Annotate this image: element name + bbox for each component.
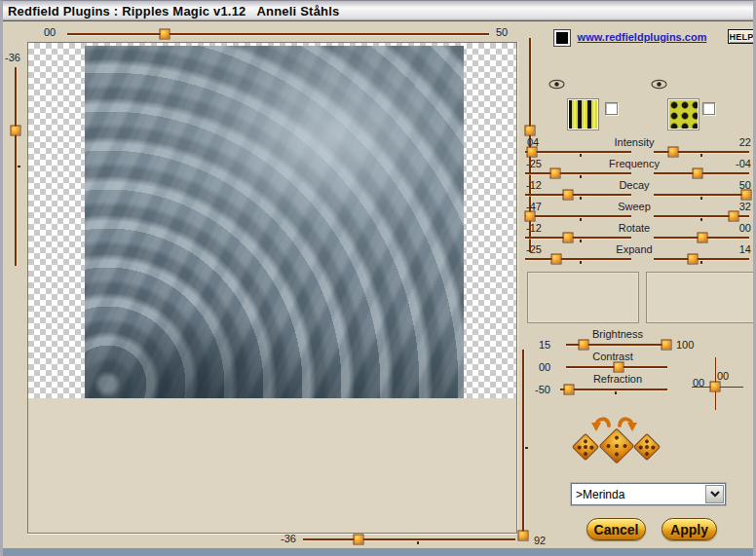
refraction-slider[interactable] (560, 389, 667, 390)
title-bar: Redfield Plugins : Ripples Magic v1.12 A… (3, 1, 753, 21)
param-label: Intensity (615, 136, 655, 148)
contrast-value: 00 (539, 361, 550, 373)
sweep-right-handle[interactable] (729, 211, 739, 222)
refraction-value: -50 (535, 384, 550, 395)
preview-bottom-slider-handle[interactable] (353, 535, 363, 545)
dice-icon-small-right[interactable] (633, 433, 661, 461)
param-max-value: 14 (739, 243, 751, 255)
param-min-value: -25 (526, 243, 542, 255)
pattern-thumbnail-stripes[interactable] (567, 98, 599, 130)
param-min-value: -12 (526, 222, 542, 234)
sweep-right-slider[interactable] (654, 215, 749, 217)
preview-left-slider[interactable] (15, 67, 17, 266)
brightness-slider[interactable] (566, 344, 670, 346)
window-title: Redfield Plugins : Ripples Magic v1.12 A… (8, 4, 339, 19)
contrast-label: Contrast (592, 351, 633, 362)
eye-icon (651, 79, 667, 90)
pattern-checkbox-left[interactable] (605, 102, 618, 115)
preview-bottom-slider[interactable] (303, 538, 515, 540)
brightness-min-value: 15 (539, 339, 550, 351)
left-slider-label: -36 (5, 52, 20, 63)
sweep-left-handle[interactable] (525, 211, 536, 222)
expand-left-handle[interactable] (550, 254, 561, 265)
right-bottom-slider-label: 92 (534, 535, 546, 546)
decay-right-handle[interactable] (741, 190, 752, 201)
param-max-value: 32 (739, 201, 751, 212)
rotate-right-slider[interactable] (654, 237, 749, 239)
refraction-handle[interactable] (563, 385, 574, 395)
param-max-value: 00 (739, 222, 751, 234)
window-bottom-edge (0, 548, 756, 556)
chevron-down-icon (710, 491, 720, 498)
preset-dropdown[interactable]: >Merinda (571, 483, 726, 505)
pattern-thumbnail-spots[interactable] (667, 98, 699, 130)
eye-icon (548, 79, 565, 90)
param-label: Sweep (618, 201, 651, 212)
brightness-max-value: 100 (676, 339, 694, 351)
dropdown-arrow-button[interactable] (705, 485, 724, 503)
preview-canvas[interactable] (27, 42, 517, 534)
ripple-preview-image (85, 46, 464, 398)
frequency-left-slider[interactable] (525, 172, 631, 174)
preview-top-slider-handle[interactable] (159, 29, 170, 40)
preview-left-slider-handle[interactable] (11, 126, 21, 136)
preview-top-slider[interactable] (67, 33, 489, 35)
decay-left-slider[interactable] (525, 194, 631, 196)
preview-right-top-slider-handle[interactable] (525, 125, 536, 135)
bottom-slider-label: -36 (281, 533, 296, 544)
xy-y-value: 00 (717, 370, 729, 382)
expand-left-slider[interactable] (525, 258, 631, 260)
curve-preview-right (646, 272, 756, 323)
frequency-right-handle[interactable] (693, 168, 703, 179)
dice-icon-large[interactable] (599, 428, 635, 464)
contrast-handle[interactable] (614, 362, 624, 373)
brightness-low-handle[interactable] (579, 340, 589, 351)
frequency-right-slider[interactable] (654, 172, 749, 174)
rotate-right-handle[interactable] (697, 233, 707, 243)
rotate-left-slider[interactable] (525, 237, 631, 239)
preview-right-bottom-slider-handle[interactable] (518, 531, 529, 541)
param-max-value: -04 (736, 158, 751, 169)
intensity-left-handle[interactable] (526, 147, 537, 158)
sweep-left-slider[interactable] (525, 215, 631, 217)
contrast-slider[interactable] (566, 366, 667, 368)
color-swatch-button[interactable] (554, 30, 570, 46)
intensity-right-handle[interactable] (667, 147, 678, 158)
undo-arrow-icon[interactable] (590, 413, 614, 432)
decay-left-handle[interactable] (562, 190, 573, 201)
rotate-left-handle[interactable] (562, 233, 573, 243)
param-label: Expand (616, 243, 652, 255)
intensity-left-slider[interactable] (525, 151, 631, 153)
brightness-high-handle[interactable] (661, 340, 671, 351)
plugin-window: Redfield Plugins : Ripples Magic v1.12 A… (0, 0, 756, 556)
param-label: Decay (619, 179, 649, 191)
website-link[interactable]: www.redfieldplugins.com (578, 31, 707, 43)
brightness-label: Brightness (592, 328, 643, 340)
intensity-right-slider[interactable] (654, 151, 749, 153)
param-min-value: -12 (526, 179, 542, 191)
decay-right-slider[interactable] (654, 194, 749, 196)
curve-preview-left (527, 272, 639, 323)
top-slider-min-label: 00 (44, 26, 56, 38)
param-max-value: 22 (739, 136, 751, 148)
expand-right-slider[interactable] (654, 258, 749, 260)
param-label: Rotate (619, 222, 650, 234)
param-label: Frequency (609, 158, 660, 169)
help-button[interactable]: HELP (728, 29, 755, 44)
param-min-value: -25 (526, 158, 542, 169)
pattern-checkbox-right[interactable] (702, 102, 715, 115)
cancel-button[interactable]: Cancel (586, 518, 646, 540)
preset-dropdown-value: >Merinda (572, 488, 705, 501)
apply-button[interactable]: Apply (662, 518, 717, 540)
xy-pad-handle[interactable] (710, 382, 721, 392)
refraction-label: Refraction (593, 373, 642, 385)
top-slider-max-label: 50 (496, 26, 508, 38)
expand-right-handle[interactable] (688, 254, 699, 265)
dice-icon-small-left[interactable] (572, 433, 599, 461)
preview-right-bottom-slider[interactable] (522, 350, 524, 539)
frequency-left-handle[interactable] (549, 168, 560, 179)
